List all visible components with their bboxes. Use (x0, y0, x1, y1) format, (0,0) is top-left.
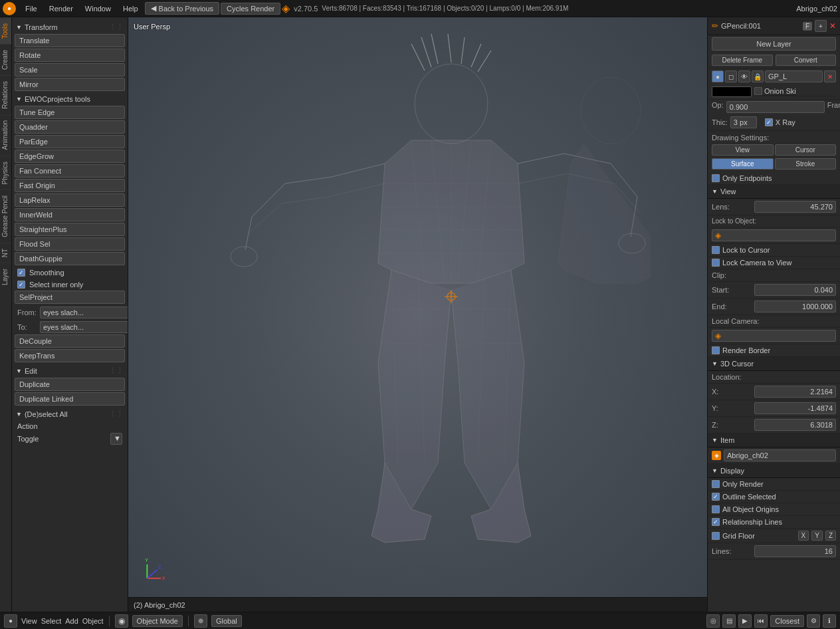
keeptrans-btn[interactable]: KeepTrans (15, 349, 125, 362)
menu-window[interactable]: Window (80, 3, 116, 14)
lines-field[interactable] (754, 545, 836, 557)
new-layer-btn[interactable]: New Layer (712, 37, 836, 51)
tab-create[interactable]: Create (0, 44, 11, 75)
tab-relations[interactable]: Relations (0, 75, 11, 114)
clip-start-field[interactable] (754, 284, 836, 296)
only-render-checkbox[interactable] (712, 480, 720, 488)
display-section-header[interactable]: ▼ Display (708, 464, 840, 478)
lens-field[interactable] (754, 201, 836, 213)
delete-layer-icon[interactable]: ✕ (824, 70, 836, 82)
lock-camera-checkbox[interactable] (712, 259, 720, 267)
render-border-checkbox[interactable] (712, 346, 720, 354)
select-inner-checkbox[interactable]: ✓ (17, 281, 25, 289)
menu-render[interactable]: Render (44, 3, 78, 14)
scale-btn[interactable]: Scale (15, 63, 125, 76)
lock-icon2[interactable]: 🔒 (752, 70, 764, 82)
add-menu-btn[interactable]: Add (65, 617, 78, 625)
select-menu-btn[interactable]: Select (41, 617, 62, 625)
fan-connect-btn[interactable]: Fan Connect (15, 164, 125, 178)
tab-physics[interactable]: Physics (0, 156, 11, 189)
sel-project-btn[interactable]: SelProject (15, 291, 125, 304)
deselect-header[interactable]: ▼ (De)select All ⋮⋮ (15, 407, 125, 421)
decouple-btn[interactable]: DeCouple (15, 334, 125, 348)
view-menu-btn[interactable]: View (21, 617, 37, 625)
ewoc-section-header[interactable]: ▼ EWOCprojects tools (15, 92, 125, 106)
tab-layer[interactable]: Layer (0, 263, 11, 291)
closest-selector[interactable]: Closest (770, 615, 804, 627)
viewport[interactable]: User Persp (128, 17, 707, 612)
cursor-z-field[interactable] (754, 419, 836, 431)
surface-subtab[interactable]: Surface (712, 158, 774, 170)
cursor-tab[interactable]: Cursor (775, 144, 837, 156)
tab-tools[interactable]: Tools (0, 17, 11, 44)
rotate-btn[interactable]: Rotate (15, 49, 125, 62)
duplicate-linked-btn[interactable]: Duplicate Linked (15, 392, 125, 406)
outline-selected-checkbox[interactable]: ✓ (712, 493, 720, 501)
to-input[interactable] (40, 321, 128, 333)
edit-section-header[interactable]: ▼ Edit ⋮⋮ (15, 364, 125, 378)
tab-grease-pencil[interactable]: Grease Pencil (0, 189, 11, 243)
layer-name-field[interactable]: GP_L (765, 70, 823, 82)
cursor-y-field[interactable] (754, 402, 836, 414)
local-camera-field[interactable]: ◈ (712, 330, 836, 342)
duplicate-btn[interactable]: Duplicate (15, 378, 125, 391)
deathguppie-btn[interactable]: DeathGuppie (15, 252, 125, 265)
add-layer-icon[interactable]: + (815, 20, 827, 32)
edgegrow-btn[interactable]: EdgeGrow (15, 150, 125, 163)
flood-sel-btn[interactable]: Flood Sel (15, 237, 125, 251)
translate-btn[interactable]: Translate (15, 34, 125, 47)
smoothing-checkbox[interactable]: ✓ (17, 269, 25, 277)
object-menu-btn[interactable]: Object (82, 617, 104, 625)
global-selector[interactable]: Global (211, 615, 242, 627)
item-name-field[interactable] (724, 449, 836, 461)
fast-origin-btn[interactable]: Fast Origin (15, 179, 125, 192)
quadder-btn[interactable]: Quadder (15, 120, 125, 134)
grid-y-btn[interactable]: Y (811, 531, 823, 541)
color-swatch[interactable] (712, 86, 752, 97)
lock-cursor-checkbox[interactable] (712, 246, 720, 254)
snap-icon[interactable]: ◎ (706, 614, 720, 628)
menu-file[interactable]: File (20, 3, 43, 14)
from-input[interactable] (40, 307, 128, 318)
tune-edge-btn[interactable]: Tune Edge (15, 106, 125, 119)
only-endpoints-checkbox[interactable] (712, 174, 720, 182)
innerweld-btn[interactable]: InnerWeld (15, 208, 125, 221)
toggle-arrow[interactable]: ▼ (110, 433, 122, 445)
menu-help[interactable]: Help (118, 3, 144, 14)
settings-icon[interactable]: ⚙ (807, 614, 820, 628)
item-section-header[interactable]: ▼ Item (708, 434, 840, 447)
mirror-btn[interactable]: Mirror (15, 78, 125, 91)
object-mode-selector[interactable]: Object Mode (132, 615, 183, 627)
stroke-subtab[interactable]: Stroke (775, 158, 837, 170)
onion-checkbox[interactable] (754, 87, 762, 95)
render-engine-selector[interactable]: Cycles Render (221, 3, 280, 15)
render-icon[interactable]: ◻ (725, 70, 737, 82)
grid-z-btn[interactable]: Z (825, 531, 836, 541)
paredge-btn[interactable]: ParEdge (15, 135, 125, 148)
laprelax-btn[interactable]: LapRelax (15, 193, 125, 207)
view-section-header[interactable]: ▼ View (708, 185, 840, 199)
cursor-3d-section-header[interactable]: ▼ 3D Cursor (708, 357, 840, 371)
anim-icon[interactable]: ⏮ (754, 614, 768, 628)
clip-end-field[interactable] (754, 301, 836, 313)
xray-checkbox[interactable]: ✓ (765, 118, 773, 126)
all-obj-origins-checkbox[interactable] (712, 505, 720, 513)
close-gpencil[interactable]: ✕ (829, 21, 836, 31)
thic-field[interactable] (730, 116, 757, 128)
transform-section-header[interactable]: ▼ Transform ⋮⋮ (15, 20, 125, 34)
info-icon[interactable]: ℹ (823, 614, 836, 628)
opacity-field[interactable] (726, 101, 825, 113)
view-tab[interactable]: View (712, 144, 774, 156)
blender-icon-bottom[interactable]: ● (4, 614, 17, 628)
convert-btn[interactable]: Convert (776, 55, 837, 66)
straightenplus-btn[interactable]: StraightenPlus (15, 223, 125, 236)
lock-obj-field[interactable]: ◈ (712, 229, 836, 241)
eye-icon[interactable]: 👁 (738, 70, 750, 82)
camera-dot-icon[interactable]: ● (712, 70, 724, 82)
cursor-x-field[interactable] (754, 386, 836, 398)
grid-floor-checkbox[interactable] (712, 532, 720, 540)
delete-frame-btn[interactable]: Delete Frame (712, 55, 773, 66)
tab-nt[interactable]: NT (0, 243, 11, 263)
relationship-lines-checkbox[interactable]: ✓ (712, 518, 720, 526)
tab-animation[interactable]: Animation (0, 114, 11, 155)
